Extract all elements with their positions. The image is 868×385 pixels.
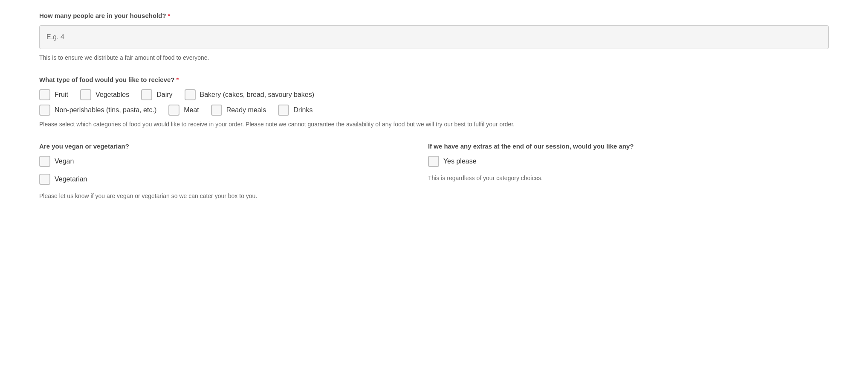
- checkbox-item-vegetables[interactable]: Vegetables: [80, 89, 129, 100]
- checkbox-item-vegan[interactable]: Vegan: [39, 156, 391, 167]
- food-type-required: *: [176, 76, 179, 83]
- two-column-section: Are you vegan or vegetarian? Vegan Veget…: [39, 143, 829, 201]
- extras-question: If we have any extras at the end of our …: [428, 143, 829, 150]
- checkbox-non-perishables-label[interactable]: Non-perishables (tins, pasta, etc.): [55, 106, 156, 114]
- vegan-vegetarian-helper: Please let us know if you are vegan or v…: [39, 192, 402, 201]
- checkbox-dairy[interactable]: [141, 89, 152, 100]
- extras-helper: This is regardless of your category choi…: [428, 174, 829, 183]
- checkbox-item-drinks[interactable]: Drinks: [278, 105, 312, 116]
- checkbox-vegan-label[interactable]: Vegan: [55, 158, 74, 165]
- vegan-vegetarian-question: Are you vegan or vegetarian?: [39, 143, 402, 150]
- vegan-vegetarian-section: Are you vegan or vegetarian? Vegan Veget…: [39, 143, 402, 201]
- checkbox-item-bakery[interactable]: Bakery (cakes, bread, savoury bakes): [185, 89, 315, 100]
- checkbox-vegetables[interactable]: [80, 89, 91, 100]
- checkbox-vegetarian-label[interactable]: Vegetarian: [55, 175, 87, 183]
- required-indicator: *: [168, 12, 171, 19]
- household-input[interactable]: [39, 25, 829, 49]
- checkbox-fruit-label[interactable]: Fruit: [55, 91, 68, 99]
- checkbox-item-ready-meals[interactable]: Ready meals: [211, 105, 266, 116]
- household-question: How many people are in your household?*: [39, 12, 829, 19]
- extras-section: If we have any extras at the end of our …: [428, 143, 829, 201]
- checkbox-ready-meals[interactable]: [211, 105, 222, 116]
- checkbox-item-meat[interactable]: Meat: [168, 105, 199, 116]
- checkbox-vegetables-label[interactable]: Vegetables: [95, 91, 129, 99]
- food-type-helper: Please select which categories of food y…: [39, 120, 829, 129]
- checkbox-meat-label[interactable]: Meat: [184, 106, 199, 114]
- checkbox-non-perishables[interactable]: [39, 105, 50, 116]
- checkbox-drinks[interactable]: [278, 105, 289, 116]
- extras-options: Yes please: [428, 156, 829, 167]
- food-type-section: What type of food would you like to reci…: [39, 76, 829, 129]
- checkbox-fruit[interactable]: [39, 89, 50, 100]
- checkbox-meat[interactable]: [168, 105, 179, 116]
- vegan-vegetarian-options: Vegan Vegetarian: [39, 156, 402, 185]
- checkbox-bakery-label[interactable]: Bakery (cakes, bread, savoury bakes): [200, 91, 315, 99]
- checkbox-item-dairy[interactable]: Dairy: [141, 89, 172, 100]
- checkbox-item-non-perishables[interactable]: Non-perishables (tins, pasta, etc.): [39, 105, 156, 116]
- checkbox-dairy-label[interactable]: Dairy: [156, 91, 172, 99]
- checkbox-vegan[interactable]: [39, 156, 50, 167]
- checkbox-ready-meals-label[interactable]: Ready meals: [226, 106, 266, 114]
- food-type-row1: Fruit Vegetables Dairy Bakery (cakes, br…: [39, 89, 829, 100]
- checkbox-drinks-label[interactable]: Drinks: [293, 106, 312, 114]
- household-section: How many people are in your household?* …: [39, 12, 829, 62]
- food-type-question: What type of food would you like to reci…: [39, 76, 829, 83]
- checkbox-yes-please[interactable]: [428, 156, 439, 167]
- food-type-row2: Non-perishables (tins, pasta, etc.) Meat…: [39, 105, 829, 116]
- household-helper: This is to ensure we distribute a fair a…: [39, 53, 829, 62]
- checkbox-item-vegetarian[interactable]: Vegetarian: [39, 174, 391, 185]
- checkbox-vegetarian[interactable]: [39, 174, 50, 185]
- checkbox-bakery[interactable]: [185, 89, 196, 100]
- checkbox-yes-please-label[interactable]: Yes please: [443, 158, 477, 165]
- checkbox-item-yes-please[interactable]: Yes please: [428, 156, 817, 167]
- checkbox-item-fruit[interactable]: Fruit: [39, 89, 68, 100]
